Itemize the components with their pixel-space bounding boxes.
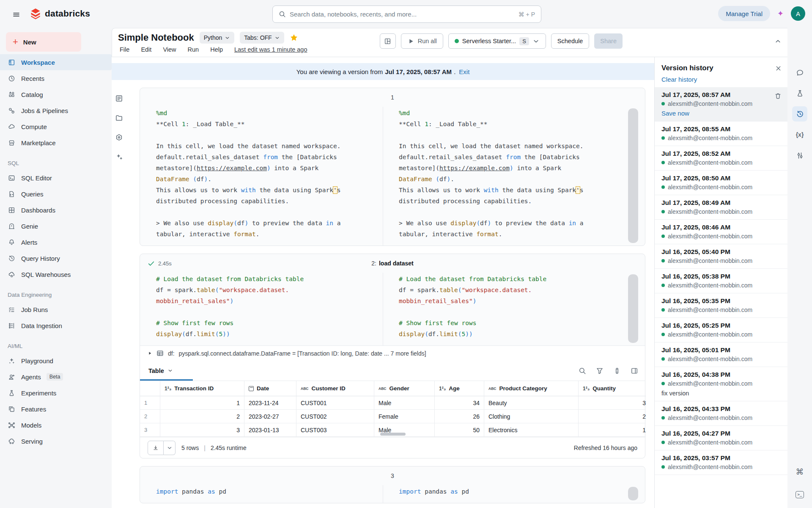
sidebar-item-agents[interactable]: AgentsBeta: [0, 369, 112, 385]
compute-selector[interactable]: Serverless Starter... S: [448, 33, 546, 49]
version-entry[interactable]: Jul 16, 2025, 05:25 PMalexsmith@content-…: [655, 318, 787, 342]
sidebar-item-data-ingestion[interactable]: Data Ingestion: [0, 318, 112, 334]
column-header-transaction-id[interactable]: 1²₃Transaction ID: [160, 381, 244, 396]
version-entry[interactable]: Jul 17, 2025, 08:49 AMalexsmith@content-…: [655, 195, 787, 220]
sidebar-item-features[interactable]: Features: [0, 401, 112, 417]
run-all-button[interactable]: Run all: [401, 33, 443, 49]
settings-rail-icon[interactable]: [792, 148, 807, 163]
toc-icon[interactable]: [115, 94, 123, 102]
version-entry[interactable]: Jul 16, 2025, 04:27 PMalexsmith@content-…: [655, 426, 787, 450]
column-header-product-category[interactable]: ABCProduct Category: [484, 381, 579, 396]
layout-grid-button[interactable]: [380, 33, 396, 49]
comments-rail-icon[interactable]: [792, 65, 807, 80]
notebook-cell-2[interactable]: 2.45s2:load dataset# Load the dataset fr…: [140, 254, 645, 458]
column-header-gender[interactable]: ABCGender: [374, 381, 435, 396]
new-button[interactable]: + New: [6, 32, 81, 52]
version-entry[interactable]: Jul 16, 2025, 05:38 PMalexsmith@content-…: [655, 269, 787, 293]
variables-rail-icon[interactable]: {x}: [792, 127, 807, 142]
global-search[interactable]: ⌘ + P: [272, 6, 541, 23]
sidebar-item-playground[interactable]: Playground: [0, 353, 112, 369]
filter-icon[interactable]: [596, 367, 604, 375]
sidebar-item-compute[interactable]: Compute: [0, 119, 112, 135]
collapse-header-icon[interactable]: [774, 38, 782, 45]
environment-icon[interactable]: [115, 133, 123, 141]
sidebar-item-workspace[interactable]: Workspace: [0, 54, 112, 70]
table-row[interactable]: 222023-02-27CUST002Female26Clothing2: [140, 410, 646, 423]
sidebar-item-job-runs[interactable]: Job Runs: [0, 301, 112, 318]
favorite-star-icon[interactable]: [290, 33, 298, 42]
panel-icon[interactable]: [631, 367, 638, 375]
exit-version-link[interactable]: Exit: [459, 68, 469, 75]
experiments-rail-icon[interactable]: [792, 86, 807, 101]
column-header-age[interactable]: 1²₃Age: [435, 381, 484, 396]
dataframe-summary-row[interactable]: df:pyspark.sql.connect.dataframe.DataFra…: [140, 345, 645, 361]
sidebar-item-genie[interactable]: Genie: [0, 218, 112, 234]
sidebar-item-recents[interactable]: Recents: [0, 70, 112, 86]
databricks-logo[interactable]: databricks: [30, 8, 90, 19]
save-now-link[interactable]: Save now: [661, 110, 782, 117]
notebook-cell-3[interactable]: 3import pandas as pdimport pandas as pd: [140, 466, 645, 503]
version-entry[interactable]: Jul 17, 2025, 08:50 AMalexsmith@content-…: [655, 171, 787, 195]
version-entry[interactable]: Jul 17, 2025, 08:57 AMalexsmith@content-…: [655, 87, 787, 121]
download-options-button[interactable]: [164, 441, 176, 455]
manage-trial-button[interactable]: Manage Trial: [718, 6, 770, 21]
sidebar-item-sql-warehouses[interactable]: SQL Warehouses: [0, 266, 112, 282]
assistant-sparkle-icon[interactable]: [777, 10, 784, 17]
version-entry[interactable]: Jul 16, 2025, 05:40 PMalexsmith@content-…: [655, 244, 787, 269]
version-entry[interactable]: Jul 17, 2025, 08:52 AMalexsmith@content-…: [655, 146, 787, 171]
column-header-date[interactable]: Date: [244, 381, 296, 396]
minimap-scrollbar[interactable]: [628, 274, 638, 343]
search-input[interactable]: [290, 11, 515, 18]
hamburger-menu-icon[interactable]: [11, 9, 21, 19]
close-icon[interactable]: [775, 65, 782, 72]
version-entry[interactable]: Jul 16, 2025, 05:35 PMalexsmith@content-…: [655, 293, 787, 318]
column-header-rownum[interactable]: [140, 381, 160, 396]
command-palette-rail-icon[interactable]: ⌘: [792, 464, 807, 479]
menu-file[interactable]: File: [120, 46, 129, 53]
folder-icon[interactable]: [115, 114, 123, 122]
profile-icon[interactable]: [613, 367, 621, 375]
sidebar-item-catalog[interactable]: Catalog: [0, 86, 112, 102]
schedule-button[interactable]: Schedule: [551, 33, 589, 49]
tri-right-icon[interactable]: [148, 351, 152, 356]
sidebar-item-experiments[interactable]: Experiments: [0, 385, 112, 401]
sidebar-item-query-history[interactable]: Query History: [0, 250, 112, 266]
avatar[interactable]: A: [791, 6, 805, 21]
version-entry[interactable]: Jul 16, 2025, 04:33 PMalexsmith@content-…: [655, 401, 787, 426]
share-button[interactable]: Share: [594, 33, 623, 49]
sidebar-item-jobs-pipelines[interactable]: Jobs & Pipelines: [0, 102, 112, 119]
menu-edit[interactable]: Edit: [141, 46, 151, 53]
last-edit-link[interactable]: Last edit was 1 minute ago: [234, 46, 307, 53]
terminal-rail-icon[interactable]: >_: [792, 487, 807, 502]
sidebar-item-dashboards[interactable]: Dashboards: [0, 202, 112, 218]
version-entry[interactable]: Jul 16, 2025, 05:01 PMalexsmith@content-…: [655, 342, 787, 367]
clear-history-link[interactable]: Clear history: [655, 75, 787, 87]
version-entry[interactable]: Jul 17, 2025, 08:46 AMalexsmith@content-…: [655, 220, 787, 244]
trash-icon[interactable]: [774, 92, 782, 99]
version-entry[interactable]: Jul 16, 2025, 03:57 PMalexsmith@content-…: [655, 450, 787, 475]
column-header-quantity[interactable]: 1²₃Quantity: [579, 381, 646, 396]
version-entry[interactable]: Jul 17, 2025, 08:55 AMalexsmith@content-…: [655, 121, 787, 146]
menu-run[interactable]: Run: [188, 46, 199, 53]
version-history-rail-icon[interactable]: [792, 106, 807, 121]
column-header-customer-id[interactable]: ABCCustomer ID: [296, 381, 374, 396]
minimap-scrollbar[interactable]: [628, 487, 638, 500]
version-entry[interactable]: Jul 16, 2025, 04:38 PMalexsmith@content-…: [655, 367, 787, 401]
table-row[interactable]: 112023-11-24CUST001Male34Beauty3: [140, 396, 646, 410]
sidebar-item-serving[interactable]: Serving: [0, 433, 112, 449]
tab-table[interactable]: Table: [140, 361, 184, 381]
sidebar-item-alerts[interactable]: Alerts: [0, 234, 112, 250]
notebook-cell-1[interactable]: 1%md**Cell 1: _Load Table_** In this cel…: [140, 88, 645, 246]
tabs-toggle[interactable]: Tabs: OFF: [240, 32, 284, 44]
assistant-icon[interactable]: [115, 153, 123, 161]
sidebar-item-marketplace[interactable]: Marketplace: [0, 135, 112, 151]
menu-help[interactable]: Help: [210, 46, 223, 53]
sidebar-item-sql-editor[interactable]: SQL Editor: [0, 170, 112, 186]
horizontal-scrollbar[interactable]: [380, 433, 406, 436]
search-icon[interactable]: [579, 367, 586, 375]
sidebar-item-models[interactable]: Models: [0, 417, 112, 433]
sidebar-item-queries[interactable]: Queries: [0, 186, 112, 202]
menu-view[interactable]: View: [163, 46, 176, 53]
language-selector[interactable]: Python: [200, 32, 235, 44]
minimap-scrollbar[interactable]: [628, 108, 638, 243]
